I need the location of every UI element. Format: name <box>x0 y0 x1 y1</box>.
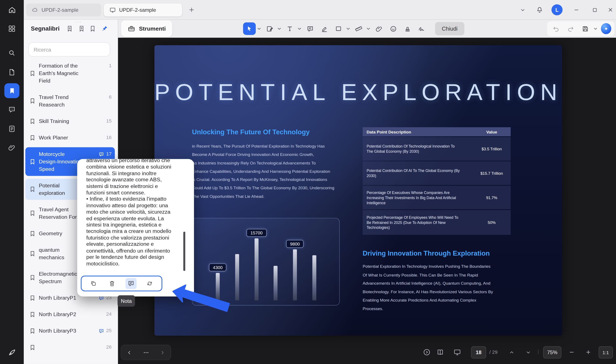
select-tool-button[interactable] <box>243 23 256 35</box>
bookmark-item[interactable]: Work Planer16 <box>25 131 115 144</box>
chevron-down-icon[interactable] <box>594 27 597 30</box>
chevron-down-icon[interactable] <box>277 27 281 30</box>
add-bookmark-button[interactable] <box>77 24 86 33</box>
edit-tool-button[interactable] <box>263 23 276 35</box>
search-input[interactable] <box>28 42 110 56</box>
chart-bar <box>216 273 220 300</box>
table-cell-description: Percentage Of Executives Whose Companies… <box>367 190 460 205</box>
close-tools-button[interactable]: Chiudi <box>435 22 464 35</box>
table-cell-description: Projected Percentage Of Employees Who Wi… <box>367 215 460 230</box>
bookmark-item[interactable]: Formation of the Earth's Magnetic Field1 <box>25 59 115 88</box>
right-paragraph: Potential Exploration In Technology Invo… <box>363 264 493 315</box>
close-window-button[interactable] <box>606 5 615 14</box>
chevron-down-icon[interactable] <box>298 27 301 30</box>
shape-tool-button[interactable] <box>332 23 345 35</box>
page-number-input[interactable]: 18 <box>471 346 486 358</box>
actual-size-button[interactable]: 1:1 <box>599 346 613 358</box>
chevron-down-icon[interactable] <box>257 27 261 30</box>
delete-note-button[interactable] <box>106 278 118 289</box>
bookmark-item[interactable]: Travel Trend Reasearch6 <box>25 90 115 111</box>
table-row: Projected Percentage Of Employees Who Wi… <box>363 210 511 235</box>
bookmark-icon <box>29 186 36 192</box>
tools-menu-button[interactable]: Strumenti <box>121 20 172 37</box>
notes-panel-button[interactable] <box>4 121 19 136</box>
pages-panel-button[interactable] <box>4 65 19 80</box>
maximize-icon <box>592 7 598 13</box>
bookmark-label: Travel Agent Reservation Form <box>39 206 83 221</box>
text-tool-button[interactable] <box>283 23 296 35</box>
redo-button[interactable] <box>565 23 577 35</box>
undo-button[interactable] <box>550 23 562 35</box>
bookmark-icon <box>29 98 36 104</box>
more-pages-icon[interactable] <box>142 349 149 356</box>
comments-panel-button[interactable] <box>4 102 19 117</box>
bookmark-item[interactable]: North LibraryP325 <box>25 324 115 338</box>
chart-bar <box>312 255 316 300</box>
expand-controls-button[interactable] <box>422 348 432 357</box>
document-tab-1[interactable]: UPDF-2-sample <box>26 4 101 17</box>
zoom-in-button[interactable] <box>583 348 593 357</box>
apps-grid-button[interactable] <box>4 21 19 36</box>
maximize-button[interactable] <box>590 5 599 14</box>
presentation-mode-button[interactable] <box>453 348 462 357</box>
bookmark-item[interactable]: Skill Training15 <box>25 114 115 128</box>
refresh-note-button[interactable] <box>144 278 155 289</box>
bookmark-star-button[interactable] <box>65 24 74 33</box>
attachment-tool-button[interactable] <box>373 23 385 35</box>
bookmark-label: North LibraryP3 <box>39 327 76 335</box>
note-tool-button[interactable] <box>125 278 136 289</box>
bookmark-item[interactable]: North LibraryP224 <box>25 308 115 321</box>
chevron-down-icon[interactable] <box>367 27 370 30</box>
notifications-button[interactable] <box>535 5 544 14</box>
reading-mode-button[interactable] <box>435 348 445 357</box>
chevron-down-icon[interactable] <box>346 27 350 30</box>
measure-tool-button[interactable] <box>352 23 365 35</box>
text-line: in Recent Years, The Pursuit Of Potentia… <box>192 144 334 152</box>
bookmark-star-icon <box>66 25 73 32</box>
zoom-level-box[interactable]: 75% <box>543 346 561 358</box>
text-line: innovativo atteso dal progetto: una <box>86 203 183 209</box>
previous-page-icon[interactable] <box>126 349 133 355</box>
signature-tool-button[interactable] <box>415 23 428 35</box>
comment-bubble-icon <box>306 25 314 33</box>
bookmark-count: 15 <box>106 117 112 125</box>
stamp-tool-button[interactable] <box>401 23 414 35</box>
ai-assistant-button[interactable]: ✦ <box>601 23 611 34</box>
table-cell-value: 50% <box>473 210 511 235</box>
new-tab-button[interactable] <box>187 5 196 14</box>
bookmark-item[interactable]: 26 <box>25 340 115 354</box>
minimize-button[interactable] <box>572 5 581 14</box>
signature-logo-icon[interactable] <box>4 345 19 360</box>
app: UPDF-2-sample UPDF-2-sample L Segnalibri… <box>0 0 616 364</box>
text-line: As Industries Increasingly Rely On Techn… <box>192 160 334 169</box>
bookmark-icon <box>29 250 36 257</box>
bookmark-outline-button[interactable] <box>88 24 97 33</box>
bookmarks-panel-button[interactable] <box>4 83 19 98</box>
sticker-tool-button[interactable] <box>387 23 399 35</box>
table-col1-header: Data Point Description <box>367 130 411 134</box>
search-panel-button[interactable] <box>4 46 19 61</box>
tabs-dropdown-button[interactable] <box>518 5 527 14</box>
copy-note-button[interactable] <box>88 278 99 289</box>
comment-tool-button[interactable] <box>304 23 316 35</box>
panel-title: Segnalibri <box>31 25 59 32</box>
toolbar-right-group: ✦ <box>547 21 615 36</box>
user-avatar[interactable]: L <box>551 4 563 15</box>
bookmark-icon <box>29 344 36 350</box>
title-bar: UPDF-2-sample UPDF-2-sample L <box>24 0 616 20</box>
zoom-out-button[interactable] <box>567 348 576 357</box>
previous-page-arrow-button[interactable] <box>507 348 516 357</box>
next-page-arrow-button[interactable] <box>523 348 533 357</box>
rectangle-icon <box>335 25 342 32</box>
attachments-panel-button[interactable] <box>4 140 19 155</box>
next-page-icon[interactable] <box>159 349 166 355</box>
home-button[interactable] <box>4 2 19 17</box>
pdf-page[interactable]: POTENTIAL EXPLORATION Unlocking The Futu… <box>154 45 562 336</box>
save-button[interactable] <box>579 23 591 35</box>
note-scrollbar[interactable] <box>183 232 185 271</box>
highlighter-tool-button[interactable] <box>318 23 330 35</box>
text-line: per le tendenze future del design <box>86 254 183 260</box>
document-tab-2[interactable]: UPDF-2-sample <box>104 4 182 17</box>
pin-panel-button[interactable] <box>100 24 109 33</box>
text-line: tecnologie avanzate come ABS, <box>86 177 183 183</box>
